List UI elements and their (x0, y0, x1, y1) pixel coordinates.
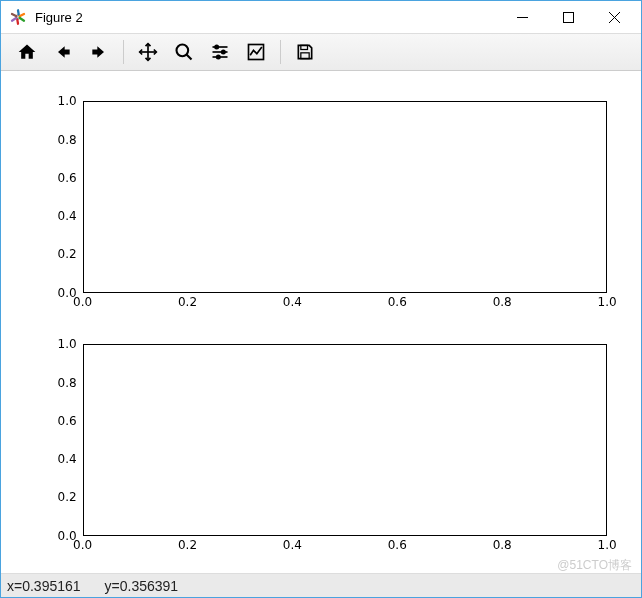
svg-point-13 (222, 50, 225, 53)
x-tick-label: 0.0 (73, 538, 92, 552)
cursor-y-value: y=0.356391 (105, 578, 179, 594)
window-controls (499, 2, 637, 32)
home-button[interactable] (9, 35, 45, 69)
statusbar: x=0.395161 y=0.356391 (1, 573, 641, 597)
configure-subplots-button[interactable] (202, 35, 238, 69)
y-tick-label: 1.0 (58, 337, 77, 351)
plot-area (83, 344, 608, 535)
x-tick-label: 1.0 (598, 538, 617, 552)
figure-canvas[interactable]: 0.00.20.40.60.81.00.00.20.40.60.81.0 0.0… (1, 71, 641, 573)
y-tick-label: 0.8 (58, 376, 77, 390)
back-button[interactable] (45, 35, 81, 69)
app-icon (9, 8, 27, 26)
subplot-2: 0.00.20.40.60.81.00.00.20.40.60.81.0 (23, 330, 619, 569)
titlebar: Figure 2 (1, 1, 641, 33)
svg-point-12 (215, 45, 218, 48)
x-tick-label: 0.6 (388, 295, 407, 309)
x-tick-label: 1.0 (598, 295, 617, 309)
toolbar (1, 33, 641, 71)
x-tick-label: 0.4 (283, 538, 302, 552)
toolbar-separator (123, 40, 124, 64)
x-tick-label: 0.6 (388, 538, 407, 552)
x-tick-label: 0.2 (178, 295, 197, 309)
svg-rect-17 (301, 53, 309, 59)
y-tick-label: 0.6 (58, 414, 77, 428)
x-tick-label: 0.2 (178, 538, 197, 552)
maximize-button[interactable] (545, 2, 591, 32)
x-tick-label: 0.8 (493, 538, 512, 552)
x-tick-label: 0.0 (73, 295, 92, 309)
plot-area (83, 101, 608, 292)
y-tick-label: 0.4 (58, 452, 77, 466)
y-tick-label: 0.4 (58, 209, 77, 223)
y-tick-label: 1.0 (58, 94, 77, 108)
subplot-1: 0.00.20.40.60.81.00.00.20.40.60.81.0 (23, 87, 619, 326)
svg-point-14 (217, 55, 220, 58)
svg-line-8 (187, 55, 192, 60)
cursor-x-value: x=0.395161 (7, 578, 81, 594)
edit-axis-button[interactable] (238, 35, 274, 69)
x-tick-label: 0.4 (283, 295, 302, 309)
svg-point-7 (177, 45, 189, 57)
close-button[interactable] (591, 2, 637, 32)
watermark: @51CTO博客 (557, 557, 632, 574)
y-tick-label: 0.6 (58, 171, 77, 185)
svg-rect-16 (301, 45, 308, 49)
zoom-button[interactable] (166, 35, 202, 69)
window-title: Figure 2 (35, 10, 83, 25)
save-button[interactable] (287, 35, 323, 69)
toolbar-separator (280, 40, 281, 64)
y-tick-label: 0.2 (58, 247, 77, 261)
svg-rect-2 (563, 12, 573, 22)
minimize-button[interactable] (499, 2, 545, 32)
forward-button[interactable] (81, 35, 117, 69)
y-tick-label: 0.2 (58, 490, 77, 504)
y-tick-label: 0.8 (58, 133, 77, 147)
x-tick-label: 0.8 (493, 295, 512, 309)
pan-button[interactable] (130, 35, 166, 69)
